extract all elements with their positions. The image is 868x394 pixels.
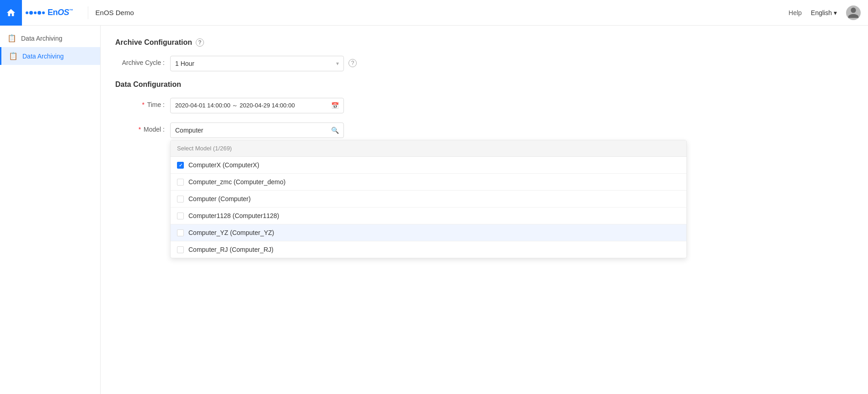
model-search-input[interactable]: 🔍 [170,122,344,138]
sidebar-icon-1: 📋 [7,34,16,43]
model-search-field[interactable] [175,127,331,134]
dropdown-header: Select Model (1/269) [171,140,686,157]
model-item-label-0: ComputerX (ComputerX) [188,161,259,169]
time-label: * Time : [115,98,170,108]
user-avatar[interactable] [846,5,861,20]
language-selector[interactable]: English ▾ [811,9,837,16]
app-name: EnOS Demo [96,9,134,16]
model-item-label-3: Computer1128 (Computer1128) [188,212,279,219]
top-right-area: Help English ▾ [788,5,861,20]
archive-cycle-value: 1 Hour [175,60,194,67]
logo-dots [26,11,45,15]
model-item-0[interactable]: ComputerX (ComputerX) [171,157,686,174]
logo-dot-3 [34,11,37,14]
sidebar-item-data-archiving-top[interactable]: 📋 Data Archiving [0,29,100,47]
archive-cycle-row: Archive Cycle : 1 Hour ▾ ? [115,56,853,71]
top-bar: EnOS™ EnOS Demo Help English ▾ [0,0,868,26]
logo-dot-4 [38,11,41,15]
sidebar-icon-2: 📋 [9,52,18,60]
checkbox-4[interactable] [177,229,184,236]
time-range-value: 2020-04-01 14:00:00 ～ 2020-04-29 14:00:0… [175,101,295,110]
archive-cycle-select[interactable]: 1 Hour ▾ [170,56,344,71]
model-row: * Model : 🔍 Select Model (1/269) [115,122,853,138]
archive-config-help-icon[interactable]: ? [196,38,204,47]
model-item-label-2: Computer (Computer) [188,195,251,202]
model-label-text: Model : [144,126,165,133]
language-arrow: ▾ [834,9,837,16]
model-label: * Model : [115,122,170,133]
model-item-2[interactable]: Computer (Computer) [171,191,686,208]
sidebar: 📋 Data Archiving 📋 Data Archiving [0,26,101,394]
home-button[interactable] [0,0,22,26]
dropdown-list-scroll[interactable]: ComputerX (ComputerX) Computer_zmc (Comp… [171,157,686,258]
model-item-label-5: Computer_RJ (Computer_RJ) [188,246,273,253]
checkbox-5[interactable] [177,246,184,253]
time-control: 2020-04-01 14:00:00 ～ 2020-04-29 14:00:0… [170,98,344,113]
model-item-4[interactable]: Computer_YZ (Computer_YZ) [171,224,686,241]
cycle-help-icon[interactable]: ? [348,59,357,67]
model-item-3[interactable]: Computer1128 (Computer1128) [171,208,686,224]
logo-dot-5 [42,11,45,14]
time-range-input[interactable]: 2020-04-01 14:00:00 ～ 2020-04-29 14:00:0… [170,98,344,113]
model-required-mark: * [139,126,141,133]
content-area: Archive Configuration ? Archive Cycle : … [101,26,868,394]
calendar-icon: 📅 [331,102,339,109]
logo-dot-1 [26,11,28,14]
archive-cycle-label: Archive Cycle : [115,56,170,66]
archive-cycle-control: 1 Hour ▾ [170,56,344,71]
search-icon: 🔍 [331,127,339,134]
logo-dot-2 [29,11,33,15]
model-dropdown: Select Model (1/269) ComputerX (Computer… [170,140,687,258]
model-item-label-4: Computer_YZ (Computer_YZ) [188,229,274,236]
sidebar-label-1: Data Archiving [21,35,62,42]
logo: EnOS™ [26,8,73,17]
checkbox-0[interactable] [177,162,184,169]
main-area: 📋 Data Archiving 📋 Data Archiving Archiv… [0,26,868,394]
archive-config-title: Archive Configuration ? [115,38,853,47]
logo-text: EnOS™ [48,8,73,17]
top-bar-divider [88,6,88,19]
checkbox-1[interactable] [177,179,184,186]
checkbox-3[interactable] [177,213,184,219]
model-item-1[interactable]: Computer_zmc (Computer_demo) [171,174,686,191]
model-item-5[interactable]: Computer_RJ (Computer_RJ) [171,241,686,258]
time-required-mark: * [142,101,145,108]
checkbox-2[interactable] [177,196,184,202]
archive-config-title-text: Archive Configuration [115,38,192,47]
time-label-text: Time : [147,101,165,108]
data-config-title: Data Configuration [115,80,853,89]
language-label: English [811,9,832,16]
help-link[interactable]: Help [788,9,802,16]
time-row: * Time : 2020-04-01 14:00:00 ～ 2020-04-2… [115,98,853,113]
model-item-label-1: Computer_zmc (Computer_demo) [188,178,285,186]
sidebar-label-2: Data Archiving [22,53,64,60]
archive-cycle-arrow: ▾ [336,60,339,67]
model-control: 🔍 Select Model (1/269) ComputerX (Comput… [170,122,344,138]
sidebar-item-data-archiving[interactable]: 📋 Data Archiving [0,47,100,65]
